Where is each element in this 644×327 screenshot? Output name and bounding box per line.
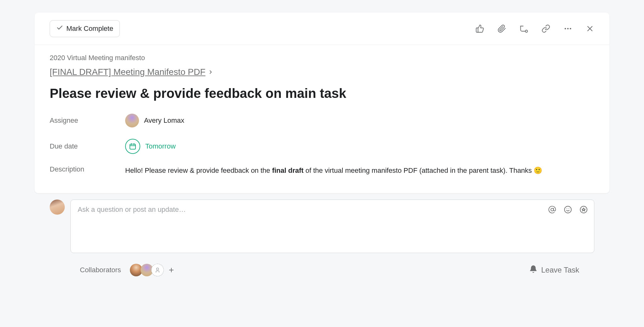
parent-task-label: [FINAL DRAFT] Meeting Manifesto PDF [50, 67, 205, 77]
description-text[interactable]: Hello! Please review & provide feedback … [125, 165, 594, 176]
due-date-text: Tomorrow [145, 142, 176, 150]
add-collaborator-button[interactable]: + [169, 265, 174, 275]
current-user-avatar [50, 200, 65, 215]
desc-part-1: Hello! Please review & provide feedback … [125, 166, 272, 174]
due-date-label: Due date [50, 142, 125, 150]
comment-input[interactable] [78, 206, 587, 222]
assignee-label: Assignee [50, 116, 125, 125]
description-label: Description [50, 165, 125, 173]
description-row: Description Hello! Please review & provi… [50, 165, 594, 176]
svg-rect-6 [130, 144, 136, 149]
svg-point-2 [567, 28, 569, 30]
collaborators-label: Collaborators [80, 266, 121, 274]
mention-button[interactable] [548, 206, 556, 214]
comment-box[interactable] [70, 200, 594, 253]
appreciation-button[interactable] [580, 206, 588, 214]
emoji-button[interactable] [564, 206, 572, 214]
svg-point-0 [525, 30, 528, 32]
comment-section: Collaborators + Leave Task [35, 193, 609, 276]
parent-task-link[interactable]: [FINAL DRAFT] Meeting Manifesto PDF [50, 67, 214, 77]
mark-complete-label: Mark Complete [66, 25, 113, 33]
attachment-button[interactable] [497, 24, 506, 33]
calendar-icon [125, 139, 140, 154]
svg-point-10 [551, 208, 554, 211]
svg-point-1 [565, 28, 566, 30]
svg-point-14 [580, 206, 587, 213]
collaborators: Collaborators + [80, 264, 174, 276]
svg-marker-15 [582, 208, 586, 211]
assignee-value[interactable]: Avery Lomax [125, 114, 184, 127]
assignee-row: Assignee Avery Lomax [50, 114, 594, 127]
leave-task-button[interactable]: Leave Task [529, 265, 579, 275]
task-toolbar: Mark Complete [35, 13, 609, 45]
like-button[interactable] [475, 24, 484, 33]
project-breadcrumb[interactable]: 2020 Virtual Meeting manifesto [50, 54, 594, 62]
comment-row [50, 200, 594, 253]
assignee-avatar [125, 114, 139, 127]
close-button[interactable] [586, 24, 594, 33]
more-actions-button[interactable] [564, 24, 572, 33]
task-pane: Mark Complete [35, 13, 609, 193]
chevron-right-icon [208, 67, 214, 77]
desc-part-2: of the virtual meeting manifesto PDF (at… [303, 166, 542, 174]
task-body: 2020 Virtual Meeting manifesto [FINAL DR… [35, 45, 609, 193]
desc-bold: final draft [272, 166, 303, 174]
svg-point-16 [157, 268, 159, 270]
leave-task-label: Leave Task [541, 266, 579, 274]
due-date-value[interactable]: Tomorrow [125, 139, 176, 154]
toolbar-actions [475, 24, 594, 33]
add-collaborator-placeholder[interactable] [151, 264, 164, 276]
assignee-name: Avery Lomax [144, 116, 184, 125]
bell-icon [529, 265, 537, 275]
check-icon [56, 24, 63, 33]
collaborator-avatars: + [130, 264, 174, 276]
svg-point-11 [564, 206, 571, 213]
copy-link-button[interactable] [541, 24, 550, 33]
mark-complete-button[interactable]: Mark Complete [50, 20, 120, 37]
task-title[interactable]: Please review & provide feedback on main… [50, 86, 594, 101]
footer-row: Collaborators + Leave Task [50, 253, 594, 276]
svg-point-3 [570, 28, 571, 30]
subtask-button[interactable] [519, 24, 528, 33]
due-date-row: Due date Tomorrow [50, 139, 594, 154]
comment-icons [548, 206, 588, 214]
